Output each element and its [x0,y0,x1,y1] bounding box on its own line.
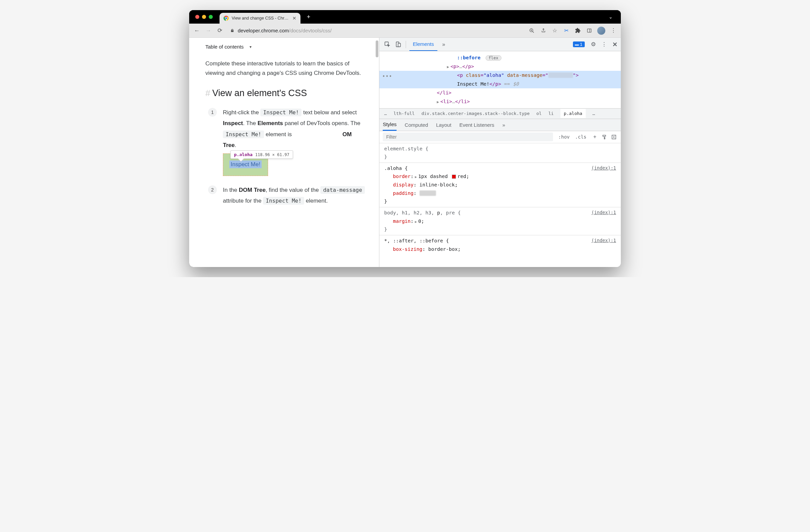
settings-gear-icon[interactable]: ⚙ [591,41,596,48]
tab-styles[interactable]: Styles [383,119,396,131]
dom-line[interactable]: ::before flex [379,53,621,62]
source-link[interactable]: (index):1 [592,164,616,172]
content-area: Table of contents ▾ Complete these inter… [189,38,621,267]
scrollbar-thumb[interactable] [376,40,378,57]
heading-row: # View an element's CSS [205,88,366,98]
expand-triangle-icon[interactable]: ▶ [437,100,439,104]
url-path: /docs/devtools/css/ [289,28,332,33]
computed-panel-icon[interactable] [610,133,617,140]
inspect-element-icon[interactable] [383,40,391,49]
inspect-me-text: Inspect Me! [229,161,262,168]
color-swatch[interactable] [452,174,456,179]
selection-dots-icon: ••• [382,72,392,81]
close-window[interactable] [195,15,199,19]
breadcrumb-item-active[interactable]: p.aloha [561,109,586,118]
expand-triangle-icon[interactable]: ▶ [447,65,449,69]
page-intro: Complete these interactive tutorials to … [205,59,366,78]
breadcrumb-item[interactable]: … [593,111,595,116]
tab-strip: View and change CSS - Chrom ✕ + [220,10,313,23]
dom-line[interactable]: ▶<p>…</p> [379,62,621,71]
source-link[interactable]: (index):1 [592,237,616,245]
toolbar: ← → ⟳ 🔒︎ developer.chrome.com/docs/devto… [189,23,621,38]
breadcrumb-item[interactable]: li [548,111,554,116]
more-tabs-icon[interactable]: » [502,119,505,131]
dom-line[interactable]: ▶<li>…</li> [379,97,621,106]
code-chip: Inspect Me! [260,109,302,116]
rule-body[interactable]: (index):1 body, h1, h2, h3, p, pre { mar… [379,207,621,235]
devtools-menu-icon[interactable]: ⋮ [601,41,607,48]
back-button[interactable]: ← [193,27,201,34]
code-chip: Inspect Me! [223,131,264,138]
tab-computed[interactable]: Computed [405,119,428,131]
rule-star[interactable]: (index):1 *, ::after, ::before { box-siz… [379,235,621,254]
style-rules[interactable]: element.style { } (index):1 .aloha { bor… [379,143,621,267]
minimize-window[interactable] [202,15,206,19]
chrome-favicon-icon [224,16,229,21]
source-link[interactable]: (index):1 [592,209,616,216]
tooltip-selector: p.aloha [234,152,253,157]
step-number: 1 [208,108,217,117]
browser-tab[interactable]: View and change CSS - Chrom ✕ [220,13,301,23]
tab-elements[interactable]: Elements [409,38,437,51]
browser-window: View and change CSS - Chrom ✕ + ⌄ ← → ⟳ … [189,10,621,267]
sidepanel-icon[interactable] [586,27,593,34]
chevron-down-icon: ▾ [249,45,252,49]
toc-label: Table of contents [205,44,243,50]
device-toolbar-icon[interactable] [393,40,402,49]
svg-rect-11 [398,43,400,47]
dom-tree[interactable]: ::before flex ▶<p>…</p> ••• <p class="al… [379,51,621,108]
zoom-icon[interactable] [529,27,535,34]
breadcrumb-item[interactable]: div.stack.center-images.stack--block.typ… [422,111,530,116]
tab-close-icon[interactable]: ✕ [292,16,296,21]
paint-icon[interactable] [601,133,608,140]
styles-tabs: Styles Computed Layout Event Listeners » [379,119,621,131]
scissors-icon[interactable]: ✂ [563,27,570,34]
tab-event-listeners[interactable]: Event Listeners [459,119,494,131]
issues-badge[interactable]: 1 [573,41,585,47]
svg-point-2 [225,17,227,19]
svg-rect-7 [587,29,591,32]
toolbar-actions: ☆ ✂ ⋮ [529,27,617,35]
new-style-plus-icon[interactable]: + [591,133,599,140]
blurred-value: x [548,72,573,78]
share-icon[interactable] [540,27,547,34]
styles-filter-row: :hov .cls + [379,131,621,143]
tabs-menu-chevron-icon[interactable]: ⌄ [607,14,615,19]
more-tabs-icon[interactable]: » [439,40,448,49]
hov-toggle[interactable]: :hov [556,134,572,139]
step-text: In the DOM Tree, find the value of the d… [223,185,366,207]
devtools-tabs: Elements » 1 ⚙ ⋮ ✕ [379,38,621,51]
extensions-puzzle-icon[interactable] [574,27,581,34]
toc-toggle[interactable]: Table of contents ▾ [205,44,366,50]
breadcrumb-item[interactable]: ol [536,111,542,116]
flex-badge[interactable]: flex [486,55,501,61]
tooltip-dimensions: 118.96 × 61.97 [255,152,289,157]
dom-breadcrumb: … lth-full div.stack.center-images.stack… [379,108,621,119]
forward-button[interactable]: → [205,27,212,34]
tab-title: View and change CSS - Chrom [232,16,290,20]
dom-line[interactable]: </li> [379,88,621,97]
element-tooltip: p.aloha 118.96 × 61.97 [230,150,293,159]
breadcrumb-item[interactable]: lth-full [393,111,415,116]
svg-line-4 [533,31,534,33]
bookmark-star-icon[interactable]: ☆ [551,27,558,34]
cls-toggle[interactable]: .cls [572,134,589,139]
profile-avatar[interactable] [597,27,605,35]
rule-aloha[interactable]: (index):1 .aloha { border:▶1px dashed re… [379,163,621,207]
reload-button[interactable]: ⟳ [216,27,224,34]
styles-filter-input[interactable] [383,133,553,141]
code-chip: Inspect Me! [263,197,304,205]
kebab-menu-icon[interactable]: ⋮ [610,27,617,34]
address-bar[interactable]: 🔒︎ developer.chrome.com/docs/devtools/cs… [228,28,524,33]
new-tab-button[interactable]: + [304,12,313,21]
rule-element-style[interactable]: element.style { } [379,143,621,163]
devtools-close-icon[interactable]: ✕ [612,41,617,48]
breadcrumb-item[interactable]: … [384,111,387,116]
dom-line-selected[interactable]: ••• <p class="aloha" data-message="x"> I… [379,71,621,88]
tab-layout[interactable]: Layout [436,119,451,131]
step-number: 2 [208,185,217,194]
titlebar: View and change CSS - Chrom ✕ + ⌄ [189,10,621,23]
hash-anchor-icon[interactable]: # [205,88,210,98]
steps-list: 1 Right-click the Inspect Me! text below… [208,107,366,206]
maximize-window[interactable] [209,15,213,19]
